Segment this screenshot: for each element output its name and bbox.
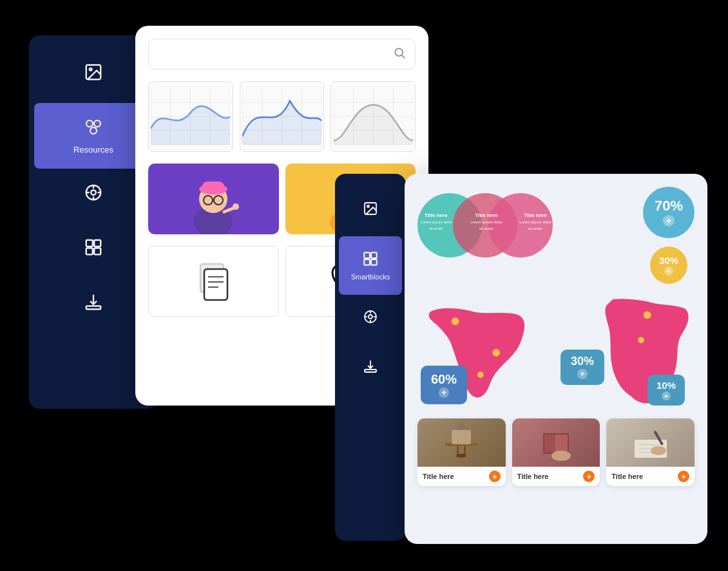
venn-label-3: Title here Lorem ipsum dolor sit amet. (519, 212, 551, 232)
resources-icon (83, 117, 104, 142)
svg-rect-89 (556, 435, 568, 453)
img-card-3-footer: Title here + (606, 467, 694, 486)
badge-60-plus[interactable]: + (439, 388, 449, 398)
chart-thumb-3[interactable] (330, 81, 416, 152)
svg-rect-11 (86, 240, 93, 247)
img-card-3-plus[interactable]: + (678, 471, 689, 482)
img-card-1-plus[interactable]: + (489, 471, 501, 482)
svg-point-2 (86, 120, 93, 127)
img-card-2-plus[interactable]: + (583, 471, 595, 482)
svg-rect-79 (365, 370, 376, 372)
svg-point-91 (551, 451, 571, 461)
map-pin-3 (477, 371, 484, 378)
img-card-3-title: Title here (611, 473, 643, 480)
venn-label-1: Title here Lorem ipsum dolor sit amet. (420, 212, 452, 232)
sidebar-front-item-images[interactable] (335, 187, 406, 236)
sidebar-front-smartblocks-label: Smartblocks (351, 273, 390, 281)
svg-line-18 (402, 55, 405, 58)
sidebar-front-item-location[interactable] (335, 295, 406, 344)
sidebar-front-item-download[interactable] (335, 344, 406, 394)
svg-rect-13 (86, 248, 93, 254)
layout-icon (84, 238, 103, 261)
svg-point-6 (91, 190, 96, 195)
image-icon-front (363, 201, 378, 220)
image-card-2[interactable]: Title here + (512, 418, 600, 486)
chart-thumb-2[interactable] (240, 81, 325, 152)
image-cards-row: Title here + Title here + (417, 418, 694, 486)
svg-rect-12 (94, 240, 101, 247)
chart-row (148, 81, 416, 152)
svg-point-68 (367, 205, 369, 207)
img-placeholder-1 (417, 418, 506, 467)
svg-rect-49 (202, 182, 224, 192)
search-input[interactable] (158, 49, 393, 60)
svg-point-3 (94, 120, 101, 127)
svg-point-17 (395, 48, 403, 56)
badge-30-top: 30% + (650, 247, 687, 284)
badge-30-mid: 30% + (560, 350, 604, 385)
svg-point-54 (233, 203, 239, 210)
svg-rect-71 (364, 259, 370, 265)
svg-point-86 (456, 454, 466, 458)
download-icon-front (363, 359, 378, 378)
location-icon-front (363, 309, 378, 328)
svg-rect-88 (544, 435, 556, 453)
illustration-thumb-1[interactable] (148, 164, 279, 234)
map-pin-4 (644, 311, 651, 319)
badge-70-plus[interactable]: + (663, 215, 675, 227)
svg-rect-69 (364, 252, 370, 258)
badge-10: 10% + (647, 375, 685, 406)
svg-rect-63 (204, 269, 227, 300)
svg-point-83 (458, 424, 465, 430)
sidebar-back-resources-label: Resources (73, 145, 113, 154)
map-pin-2 (492, 349, 500, 357)
map-pin-5 (638, 337, 644, 344)
svg-point-1 (90, 68, 92, 71)
svg-rect-15 (86, 306, 101, 309)
sidebar-front-item-smartblocks[interactable]: Smartblocks (339, 236, 402, 295)
img-card-1-title: Title here (423, 473, 454, 480)
svg-point-97 (651, 446, 666, 455)
badge-30-mid-plus[interactable]: + (577, 369, 588, 379)
svg-rect-82 (452, 430, 471, 444)
sidebar-front: Smartblocks (335, 174, 406, 541)
main-card: Title here Lorem ipsum dolor sit amet. T… (405, 174, 707, 544)
icon-thumb-document[interactable] (148, 246, 279, 317)
venn-diagram: Title here Lorem ipsum dolor sit amet. T… (417, 187, 559, 264)
image-card-1[interactable]: Title here + (417, 418, 506, 486)
badge-10-plus[interactable]: + (662, 391, 671, 400)
img-card-2-title: Title here (517, 473, 549, 480)
map-pin-1 (452, 317, 459, 325)
image-card-3[interactable]: Title here + (606, 418, 694, 486)
badge-70: 70% + (643, 187, 694, 238)
img-placeholder-3 (606, 418, 694, 467)
image-icon (84, 62, 103, 86)
venn-right-badges: 70% + 30% + (643, 187, 694, 284)
badge-30-top-plus[interactable]: + (664, 267, 673, 276)
svg-rect-14 (94, 248, 101, 254)
smartblocks-icon (362, 250, 379, 271)
img-card-2-footer: Title here + (512, 467, 600, 486)
venn-label-2: Title here Lorem ipsum dolor sit amet. (470, 212, 503, 232)
download-icon (84, 292, 103, 316)
map-area: 60% + 30% + 10% + (417, 292, 694, 411)
badge-60: 60% + (421, 366, 467, 404)
img-placeholder-2 (512, 418, 600, 467)
svg-rect-72 (371, 259, 377, 265)
svg-point-74 (369, 315, 372, 319)
svg-rect-70 (371, 252, 377, 258)
svg-point-4 (90, 127, 97, 134)
location-icon (84, 183, 103, 207)
chart-thumb-1[interactable] (148, 81, 233, 152)
search-icon (393, 46, 406, 62)
search-bar[interactable] (148, 39, 416, 70)
img-card-1-footer: Title here + (417, 467, 506, 486)
